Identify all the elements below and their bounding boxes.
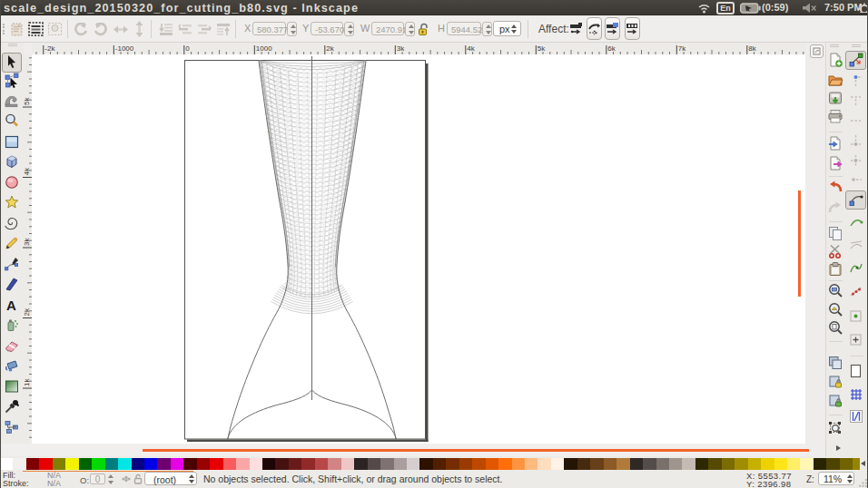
- svg-text:5k: 5k: [23, 97, 31, 105]
- svg-text:0: 0: [185, 44, 190, 53]
- svg-text:3k: 3k: [23, 238, 31, 246]
- svg-text:6k: 6k: [607, 44, 616, 53]
- svg-text:3k: 3k: [397, 44, 405, 53]
- svg-text:4k: 4k: [467, 44, 475, 53]
- svg-text:8k: 8k: [748, 44, 756, 53]
- svg-text:7k: 7k: [678, 44, 686, 53]
- svg-text:A: A: [6, 298, 16, 313]
- svg-text:2k: 2k: [326, 44, 334, 53]
- svg-text:1k: 1k: [23, 378, 31, 386]
- svg-text:4k: 4k: [23, 167, 31, 175]
- svg-text:-2k: -2k: [44, 44, 55, 53]
- svg-text:5k: 5k: [538, 44, 546, 53]
- svg-text:-1000: -1000: [115, 44, 134, 53]
- svg-text:2k: 2k: [23, 307, 31, 316]
- svg-text:1000: 1000: [256, 44, 272, 53]
